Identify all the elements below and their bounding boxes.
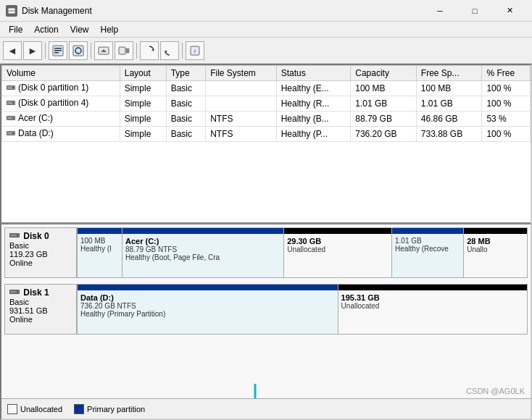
table-cell: Basic [166,127,206,142]
window-content: Volume Layout Type File System Status Ca… [0,64,532,420]
partition[interactable]: 28 MB Unallo [464,228,527,277]
table-cell: NTFS [206,112,276,127]
svg-rect-10 [119,47,125,54]
svg-rect-5 [54,52,59,54]
disk-type: Basic [9,298,72,306]
legend-primary: Primary partition [74,404,145,414]
partition-name: Data (D:) [80,293,335,302]
svg-rect-4 [54,50,62,51]
legend-bar: Unallocated Primary partition [1,398,531,419]
toolbar-separator-3 [136,43,137,59]
close-button[interactable]: ✕ [493,0,526,22]
menu-item-help[interactable]: Help [95,23,125,36]
col-status[interactable]: Status [276,66,351,81]
partition[interactable]: Data (D:) 736.20 GB NTFS Healthy (Primar… [78,285,338,334]
toolbar-btn-5[interactable] [140,41,159,60]
partition-header [78,228,122,234]
table-cell: Acer (C:) [2,112,120,127]
toolbar-separator-4 [182,43,183,59]
toolbar-separator-1 [45,43,46,59]
title-bar: Disk Management ─ □ ✕ [0,0,532,22]
table-row[interactable]: (Disk 0 partition 4) SimpleBasicHealthy … [2,96,531,112]
table-cell: 88.79 GB [351,112,417,127]
col-capacity[interactable]: Capacity [351,66,417,81]
partition-size: 88.79 GB NTFS [125,245,280,253]
col-percentfree[interactable]: % Free [482,66,531,81]
partition-status: Healthy (Primary Partition) [80,310,335,318]
legend-unalloc-box [7,404,17,414]
table-row[interactable]: Data (D:) SimpleBasicNTFSHealthy (P...73… [2,127,531,142]
partition[interactable]: 29.30 GB Unallocated [284,228,392,277]
legend-primary-box [74,404,84,414]
table-cell: Healthy (P... [276,127,351,142]
svg-rect-6 [73,46,83,56]
svg-point-18 [12,87,14,88]
menu-item-view[interactable]: View [65,23,95,36]
disk-name: Disk 1 [9,287,72,298]
table-cell: 1.01 GB [351,96,417,112]
table-cell: Basic [166,81,206,96]
toolbar-btn-3[interactable] [94,41,113,60]
partition[interactable]: 195.31 GB Unallocated [338,285,527,334]
toolbar-btn-7[interactable]: i [186,41,204,60]
disk-partitions: Data (D:) 736.20 GB NTFS Healthy (Primar… [77,284,528,335]
table-cell: Healthy (E... [276,81,351,96]
window-controls: ─ □ ✕ [423,0,526,22]
partition-size: 736.20 GB NTFS [80,302,335,310]
minimize-button[interactable]: ─ [423,0,457,22]
partition-header [78,285,338,290]
toolbar-btn-2[interactable] [69,41,88,60]
toolbar-btn-1[interactable] [49,41,67,60]
disk-label: Disk 0 Basic 119.23 GB Online [4,227,77,278]
disk-table: Volume Layout Type File System Status Ca… [1,65,531,142]
partition-status: Healthy (Boot, Page File, Cra [125,253,280,261]
disk-row: Disk 0 Basic 119.23 GB Online 100 MB Hea… [4,227,528,278]
disk-label: Disk 1 Basic 931.51 GB Online [4,284,77,335]
disk-status: Online [9,315,72,324]
col-freespace[interactable]: Free Sp... [416,66,482,81]
partition-status: Unallocated [287,245,388,253]
menu-item-file[interactable]: File [3,23,28,36]
disk-type: Basic [9,241,72,250]
partition-status: Healthy (Recove [395,245,460,253]
table-cell: Basic [166,96,206,112]
svg-rect-1 [9,10,14,12]
table-cell: 100 % [482,127,531,142]
col-filesystem[interactable]: File System [206,66,276,81]
partition-name: 195.31 GB [341,293,524,302]
partition[interactable]: 100 MB Healthy (I [78,228,122,277]
table-row[interactable]: Acer (C:) SimpleBasicNTFSHealthy (B...88… [2,112,531,127]
svg-marker-13 [165,51,167,53]
partition-status: Healthy (I [80,245,119,253]
table-cell: Simple [120,96,166,112]
col-layout[interactable]: Layout [120,66,166,81]
disk-status: Online [9,259,72,267]
table-cell: Data (D:) [2,127,120,142]
svg-rect-3 [54,48,62,49]
forward-button[interactable]: ► [23,41,42,60]
partition[interactable]: Acer (C:) 88.79 GB NTFS Healthy (Boot, P… [122,228,284,277]
table-row[interactable]: (Disk 0 partition 1) SimpleBasicHealthy … [2,81,531,96]
col-type[interactable]: Type [166,66,206,81]
svg-point-27 [12,133,14,134]
back-button[interactable]: ◄ [3,41,22,60]
col-volume[interactable]: Volume [2,66,120,81]
disk-rows: Disk 0 Basic 119.23 GB Online 100 MB Hea… [4,227,528,335]
watermark: CSDN @AG0LK [466,387,525,395]
menu-item-action[interactable]: Action [28,23,64,36]
toolbar-separator-2 [91,43,91,59]
partition-size: 1.01 GB [395,237,460,245]
svg-point-33 [17,291,18,293]
table-cell: 53 % [482,112,531,127]
toolbar-btn-6[interactable] [160,41,179,60]
toolbar-btn-4[interactable] [115,41,133,60]
table-cell [206,96,276,112]
partition-size: 100 MB [80,237,119,245]
disk-name: Disk 0 [9,231,72,241]
maximize-button[interactable]: □ [458,0,491,22]
table-cell: (Disk 0 partition 4) [2,96,120,112]
partition[interactable]: 1.01 GB Healthy (Recove [392,228,464,277]
disk-view-area[interactable]: Disk 0 Basic 119.23 GB Online 100 MB Hea… [1,224,531,419]
partition-status: Unallo [467,245,524,253]
table-cell: Healthy (B... [276,112,351,127]
